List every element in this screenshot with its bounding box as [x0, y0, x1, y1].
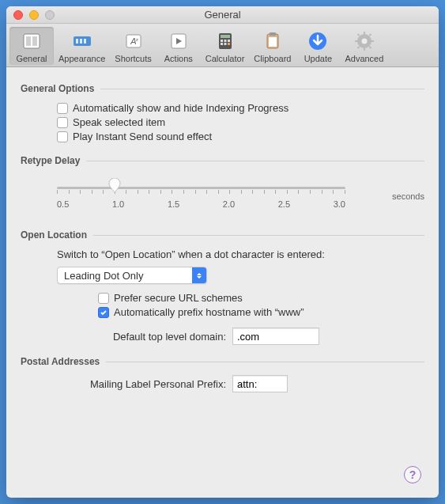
general-icon: [21, 30, 43, 52]
svg-rect-14: [224, 40, 226, 42]
shortcuts-icon: Az: [123, 30, 145, 52]
label-instant-send-sound: Play Instant Send sound effect: [73, 131, 212, 142]
actions-icon: [168, 30, 190, 52]
svg-rect-5: [80, 39, 82, 44]
update-icon: [307, 30, 329, 52]
checkbox-instant-send-sound[interactable]: [57, 131, 68, 142]
svg-rect-13: [221, 40, 223, 42]
label-auto-prefix-www: Automatically prefix hostname with “www”: [114, 306, 304, 318]
tab-shortcuts[interactable]: Az Shortcuts: [110, 27, 156, 65]
section-retype-delay: Retype Delay: [21, 155, 424, 166]
toolbar: General Appearance Az Shortcuts Actions …: [6, 24, 439, 67]
tab-actions[interactable]: Actions: [157, 27, 201, 65]
svg-rect-25: [364, 32, 365, 35]
svg-rect-12: [221, 35, 230, 38]
window-title: General: [6, 9, 439, 21]
titlebar: General: [6, 6, 439, 24]
checkbox-indexing-progress[interactable]: [57, 103, 68, 114]
label-speak-selected: Speak selected item: [73, 116, 165, 128]
svg-rect-2: [32, 36, 37, 46]
tab-clipboard[interactable]: Clipboard: [249, 27, 296, 65]
minimize-button[interactable]: [29, 10, 39, 20]
svg-rect-20: [270, 32, 276, 36]
zoom-button: [45, 10, 55, 20]
label-prefer-secure: Prefer secure URL schemes: [114, 292, 243, 304]
svg-rect-17: [224, 43, 226, 45]
gear-icon: [353, 30, 375, 52]
help-button[interactable]: ?: [404, 466, 421, 483]
mailing-prefix-input[interactable]: [232, 375, 288, 392]
tab-calculator[interactable]: Calculator: [201, 27, 250, 65]
svg-rect-30: [369, 33, 372, 36]
slider-thumb[interactable]: [108, 178, 121, 194]
svg-rect-1: [26, 36, 31, 46]
label-indexing-progress: Automatically show and hide Indexing Pro…: [73, 102, 288, 114]
svg-rect-32: [369, 46, 372, 49]
svg-rect-28: [371, 40, 374, 42]
svg-rect-29: [357, 33, 360, 36]
checkbox-speak-selected[interactable]: [57, 117, 68, 128]
svg-rect-26: [364, 47, 365, 51]
select-arrows-icon: [192, 267, 206, 283]
svg-rect-27: [355, 40, 358, 42]
svg-point-24: [361, 39, 367, 44]
clipboard-icon: [262, 30, 284, 52]
tab-appearance[interactable]: Appearance: [54, 27, 110, 65]
appearance-icon: [71, 30, 93, 52]
open-location-desc: Switch to “Open Location” when a dot cha…: [57, 248, 424, 260]
checkbox-prefer-secure[interactable]: [98, 293, 109, 304]
slider-tick-labels: 0.5 1.0 1.5 2.0 2.5 3.0: [57, 199, 345, 209]
svg-rect-16: [221, 43, 223, 45]
tld-input[interactable]: [232, 328, 319, 345]
open-location-select[interactable]: Leading Dot Only: [57, 267, 207, 284]
svg-rect-4: [76, 39, 78, 44]
checkbox-auto-prefix-www[interactable]: [98, 307, 109, 318]
section-postal: Postal Addresses: [21, 356, 424, 367]
calculator-icon: [214, 30, 236, 52]
tab-advanced[interactable]: Advanced: [340, 27, 388, 65]
tab-general[interactable]: General: [9, 27, 54, 65]
svg-text:z: z: [136, 37, 138, 42]
svg-rect-15: [228, 40, 230, 42]
mailing-prefix-label: Mailing Label Personal Prefix:: [68, 378, 226, 390]
svg-rect-18: [228, 43, 230, 45]
svg-rect-6: [84, 39, 86, 44]
svg-rect-31: [357, 46, 360, 49]
section-general-options: General Options: [21, 83, 424, 94]
svg-rect-21: [269, 37, 277, 47]
slider-unit: seconds: [392, 191, 424, 201]
close-button[interactable]: [13, 10, 23, 20]
retype-delay-slider[interactable]: [57, 179, 388, 198]
section-open-location: Open Location: [21, 229, 424, 241]
tab-update[interactable]: Update: [296, 27, 340, 65]
tld-label: Default top level domain:: [68, 331, 226, 343]
